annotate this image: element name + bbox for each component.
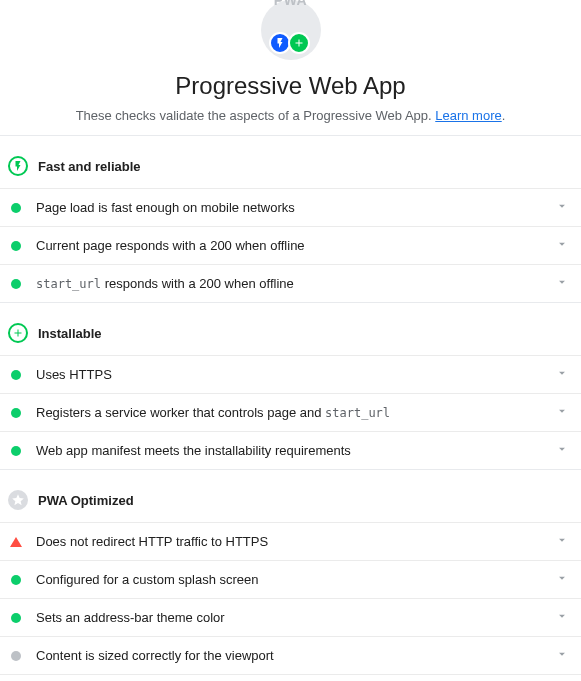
chevron-down-icon xyxy=(551,442,573,459)
pass-icon xyxy=(10,574,22,586)
lightning-icon xyxy=(8,156,28,176)
audit-title: Page load is fast enough on mobile netwo… xyxy=(36,200,539,215)
audit-title: Sets an address-bar theme color xyxy=(36,610,539,625)
category-header-installable: Installable xyxy=(0,311,581,355)
plus-icon xyxy=(8,323,28,343)
chevron-down-icon xyxy=(551,404,573,421)
audit-title: Content is sized correctly for the viewp… xyxy=(36,648,539,663)
chevron-down-icon xyxy=(551,571,573,588)
audit-row[interactable]: start_url responds with a 200 when offli… xyxy=(0,264,581,302)
learn-more-link[interactable]: Learn more xyxy=(435,108,501,123)
audit-title: Configured for a custom splash screen xyxy=(36,572,539,587)
pwa-logo-text: PWA xyxy=(274,0,307,8)
category-title: Fast and reliable xyxy=(38,159,141,174)
chevron-down-icon xyxy=(551,199,573,216)
chevron-down-icon xyxy=(551,237,573,254)
chevron-down-icon xyxy=(551,275,573,292)
pass-icon xyxy=(10,240,22,252)
audit-row[interactable]: Has a <meta name="viewport"> tag with wi… xyxy=(0,674,581,681)
pass-icon xyxy=(10,445,22,457)
plus-icon xyxy=(288,32,310,54)
pass-icon xyxy=(10,202,22,214)
audit-row[interactable]: Web app manifest meets the installabilit… xyxy=(0,431,581,469)
audit-title: Current page responds with a 200 when of… xyxy=(36,238,539,253)
pwa-logo: PWA xyxy=(261,0,321,60)
page-subtitle: These checks validate the aspects of a P… xyxy=(24,108,557,123)
category-title: PWA Optimized xyxy=(38,493,134,508)
chevron-down-icon xyxy=(551,647,573,664)
category-header-fast: Fast and reliable xyxy=(0,144,581,188)
fail-icon xyxy=(10,536,22,548)
audit-title: Uses HTTPS xyxy=(36,367,539,382)
audit-row[interactable]: Configured for a custom splash screen xyxy=(0,560,581,598)
category-title: Installable xyxy=(38,326,102,341)
audit-row[interactable]: Sets an address-bar theme color xyxy=(0,598,581,636)
audit-title: start_url responds with a 200 when offli… xyxy=(36,276,539,291)
chevron-down-icon xyxy=(551,533,573,550)
audit-title: Web app manifest meets the installabilit… xyxy=(36,443,539,458)
audit-row[interactable]: Registers a service worker that controls… xyxy=(0,393,581,431)
audit-row[interactable]: Does not redirect HTTP traffic to HTTPS xyxy=(0,522,581,560)
audit-row[interactable]: Content is sized correctly for the viewp… xyxy=(0,636,581,674)
star-icon xyxy=(8,490,28,510)
audit-row[interactable]: Current page responds with a 200 when of… xyxy=(0,226,581,264)
audit-row[interactable]: Page load is fast enough on mobile netwo… xyxy=(0,188,581,226)
audit-title: Registers a service worker that controls… xyxy=(36,405,539,420)
neutral-icon xyxy=(10,650,22,662)
chevron-down-icon xyxy=(551,366,573,383)
pass-icon xyxy=(10,407,22,419)
pass-icon xyxy=(10,369,22,381)
pass-icon xyxy=(10,278,22,290)
audit-row[interactable]: Uses HTTPS xyxy=(0,355,581,393)
chevron-down-icon xyxy=(551,609,573,626)
category-header-optimized: PWA Optimized xyxy=(0,478,581,522)
audit-title: Does not redirect HTTP traffic to HTTPS xyxy=(36,534,539,549)
page-title: Progressive Web App xyxy=(24,72,557,100)
pass-icon xyxy=(10,612,22,624)
